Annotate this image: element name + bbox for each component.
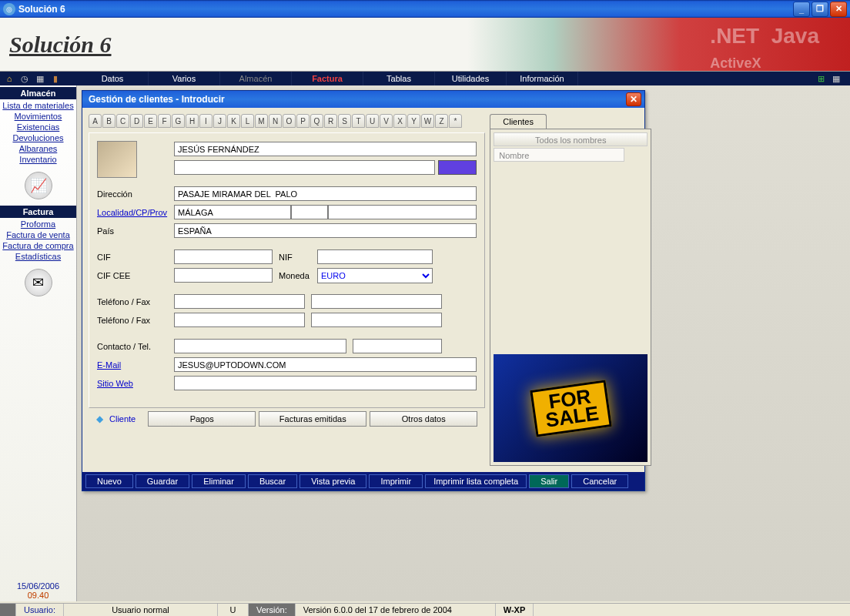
alpha-Q[interactable]: Q: [310, 114, 323, 128]
sb-icon: [0, 604, 16, 616]
mail-icon[interactable]: ✉: [25, 269, 52, 296]
statusbar: Usuario: Usuario normal U Versión: Versi…: [0, 603, 850, 616]
alpha-W[interactable]: W: [421, 114, 434, 128]
alpha-A[interactable]: A: [89, 114, 102, 128]
alpha-O[interactable]: O: [283, 114, 296, 128]
sidebar-link[interactable]: Albaranes: [2, 144, 73, 153]
cif-input[interactable]: [174, 249, 273, 264]
action-guardar[interactable]: Guardar: [136, 474, 189, 488]
sidebar-link[interactable]: Movimientos: [2, 112, 73, 121]
tab-facturas[interactable]: Facturas emitidas: [259, 411, 366, 427]
app-title: Solución 6: [18, 4, 791, 15]
province-input[interactable]: [328, 205, 477, 219]
alpha-K[interactable]: K: [227, 114, 240, 128]
dialog-close-button[interactable]: ✕: [626, 92, 641, 106]
phone2-input[interactable]: [174, 313, 305, 327]
alpha-L[interactable]: L: [241, 114, 254, 128]
action-nuevo[interactable]: Nuevo: [85, 474, 133, 488]
cifcee-input[interactable]: [174, 268, 273, 283]
currency-select[interactable]: EURO: [317, 268, 433, 283]
contact-input[interactable]: [174, 339, 346, 353]
alpha-R[interactable]: R: [324, 114, 337, 128]
sidebar-link[interactable]: Existencias: [2, 122, 73, 132]
menu-varios[interactable]: Varios: [149, 72, 220, 85]
alpha-Y[interactable]: Y: [407, 114, 420, 128]
sidebar-link[interactable]: Factura de venta: [2, 230, 73, 239]
alpha-G[interactable]: G: [172, 114, 185, 128]
grid-icon[interactable]: ▦: [830, 72, 842, 85]
alpha-V[interactable]: V: [380, 114, 393, 128]
menu-datos[interactable]: Datos: [77, 72, 149, 85]
name2-input[interactable]: [174, 160, 435, 175]
sb-usuario-label: Usuario:: [16, 604, 64, 616]
home-icon[interactable]: ⌂: [3, 72, 15, 85]
alpha-U[interactable]: U: [366, 114, 379, 128]
menu-tablas[interactable]: Tablas: [363, 72, 435, 85]
sidebar-link[interactable]: Estadísticas: [2, 252, 73, 261]
phone1-input[interactable]: [174, 294, 305, 309]
web-input[interactable]: [174, 376, 477, 390]
alpha-*[interactable]: *: [449, 114, 462, 128]
email-link[interactable]: E-Mail: [97, 360, 174, 370]
menu-almacén[interactable]: Almacén: [220, 72, 292, 85]
maximize-button[interactable]: ❐: [812, 2, 828, 17]
sb-version: Versión 6.0.0 del 17 de febrero de 2004: [296, 604, 496, 616]
action-buscar[interactable]: Buscar: [248, 474, 297, 488]
color-swatch[interactable]: [438, 160, 477, 175]
alpha-M[interactable]: M: [255, 114, 268, 128]
clients-name-filter[interactable]: Nombre: [494, 148, 624, 162]
clock-icon[interactable]: ◷: [18, 72, 31, 85]
chart-icon[interactable]: 📈: [25, 172, 52, 199]
calendar-icon[interactable]: ▦: [34, 72, 46, 85]
menu-utilidades[interactable]: Utilidades: [435, 72, 507, 85]
address-input[interactable]: [174, 186, 477, 201]
menu-información[interactable]: Información: [507, 72, 578, 85]
alpha-E[interactable]: E: [144, 114, 157, 128]
alpha-X[interactable]: X: [393, 114, 407, 128]
alpha-D[interactable]: D: [130, 114, 143, 128]
alpha-J[interactable]: J: [213, 114, 226, 128]
client-photo[interactable]: [97, 141, 137, 178]
alpha-Z[interactable]: Z: [435, 114, 448, 128]
minimize-button[interactable]: _: [793, 2, 810, 17]
fax2-input[interactable]: [311, 313, 442, 327]
tab-otros[interactable]: Otros datos: [370, 411, 477, 427]
sidebar-link[interactable]: Inventario: [2, 155, 73, 164]
postal-input[interactable]: [291, 205, 328, 219]
alpha-F[interactable]: F: [158, 114, 171, 128]
email-input[interactable]: [174, 357, 477, 372]
country-input[interactable]: [174, 223, 477, 238]
sidebar-link[interactable]: Proforma: [2, 219, 73, 229]
alpha-S[interactable]: S: [338, 114, 351, 128]
web-link[interactable]: Sitio Web: [97, 379, 174, 388]
locality-link[interactable]: Localidad/CP/Prov: [97, 208, 174, 217]
action-cancelar[interactable]: Cancelar: [571, 474, 628, 488]
name-input[interactable]: [174, 142, 477, 156]
clients-list-header: Todos los nombres: [494, 132, 648, 146]
action-eliminar[interactable]: Eliminar: [192, 474, 246, 488]
alpha-H[interactable]: H: [186, 114, 199, 128]
book-icon[interactable]: ▮: [49, 72, 62, 85]
windows-icon[interactable]: ⊞: [815, 72, 827, 85]
alpha-B[interactable]: B: [102, 114, 115, 128]
sidebar-link[interactable]: Lista de materiales: [2, 101, 73, 110]
close-button[interactable]: ✕: [830, 2, 847, 17]
clients-tab[interactable]: Clientes: [490, 114, 547, 129]
action-imprimir-lista-completa[interactable]: Imprimir lista completa: [425, 474, 527, 488]
locality-input[interactable]: [174, 205, 291, 219]
action-salir[interactable]: Salir: [529, 474, 569, 488]
alpha-P[interactable]: P: [296, 114, 310, 128]
nif-input[interactable]: [317, 249, 433, 264]
tab-pagos[interactable]: Pagos: [148, 411, 256, 427]
fax1-input[interactable]: [311, 294, 442, 309]
alpha-C[interactable]: C: [116, 114, 129, 128]
sidebar-link[interactable]: Factura de compra: [2, 241, 73, 250]
action-vista-previa[interactable]: Vista previa: [300, 474, 366, 488]
sidebar-link[interactable]: Devoluciones: [2, 133, 73, 142]
action-imprimir[interactable]: Imprimir: [369, 474, 423, 488]
alpha-N[interactable]: N: [269, 114, 282, 128]
contact-tel-input[interactable]: [353, 339, 442, 353]
alpha-T[interactable]: T: [352, 114, 365, 128]
menu-factura[interactable]: Factura: [292, 72, 363, 85]
alpha-I[interactable]: I: [199, 114, 212, 128]
